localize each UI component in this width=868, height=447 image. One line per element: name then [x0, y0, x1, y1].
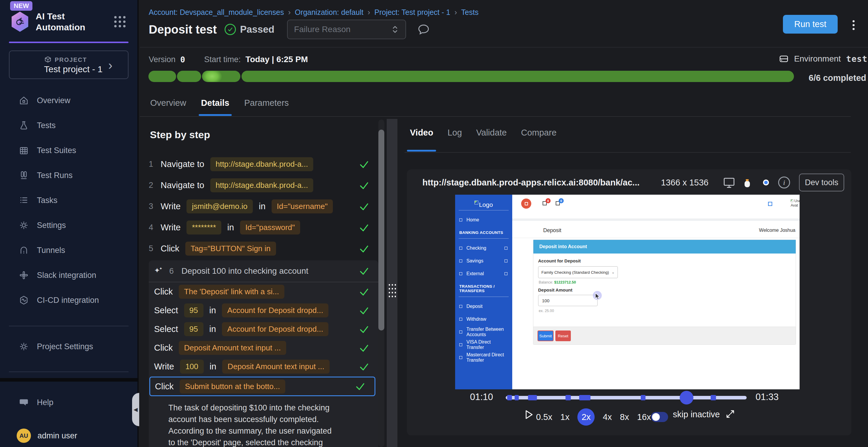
sidebar-item-tasks[interactable]: Tasks [0, 188, 137, 213]
app-launcher-icon[interactable] [114, 16, 128, 27]
message-icon[interactable]: 0 [556, 201, 560, 205]
sidebar-item-test-runs[interactable]: Test Runs [0, 163, 137, 188]
bank-link-withdraw[interactable]: Withdraw [455, 313, 512, 325]
sidebar-nav-secondary: Project Settings [0, 334, 137, 359]
timeline-marker[interactable] [507, 395, 512, 400]
step-row[interactable]: Select95inAccount for Deposit dropd... [149, 320, 378, 339]
sidebar-item-help[interactable]: ?Help [0, 390, 137, 415]
start-time-label: Start time: [204, 55, 241, 64]
step-row[interactable]: 3Writejsmith@demo.ioinId="username" [149, 196, 378, 217]
speed-4x[interactable]: 4x [603, 412, 612, 422]
bank-link-checking[interactable]: Checking [455, 242, 512, 254]
bank-reset-button[interactable]: Reset [555, 331, 571, 341]
timeline-marker[interactable] [641, 395, 646, 400]
speed-0-5x[interactable]: 0.5x [536, 412, 552, 422]
timeline-marker[interactable] [579, 395, 590, 400]
check-icon [359, 305, 369, 316]
info-icon[interactable]: i [778, 176, 790, 188]
step-row[interactable]: ClickSubmit button at the botto... [149, 377, 375, 396]
failure-reason-select[interactable]: Failure Reason [287, 20, 406, 39]
bank-link-deposit[interactable]: Deposit [455, 300, 512, 313]
bank-link-external[interactable]: External [455, 267, 512, 280]
speed-16x[interactable]: 16x [637, 412, 651, 422]
skip-inactive-toggle[interactable] [651, 412, 668, 422]
chevron-down-icon: ⌄ [612, 270, 615, 274]
timeline-marker[interactable] [515, 395, 519, 400]
bank-link-transfer-between-accounts[interactable]: Transfer Between Accounts [455, 325, 512, 338]
speed-2x[interactable]: 2x [578, 408, 595, 425]
sidebar-item-tunnels[interactable]: Tunnels [0, 238, 137, 263]
user-menu[interactable]: AU admin user [0, 427, 137, 445]
step-row[interactable]: Write100inDeposit Amount text input ... [149, 357, 378, 376]
panel-resize-handle[interactable] [387, 119, 397, 447]
speed-1x[interactable]: 1x [560, 412, 570, 422]
time-total: 01:33 [755, 392, 779, 403]
step-row[interactable]: 5ClickTag="BUTTON" Sign in [149, 238, 378, 259]
video-timeline[interactable] [506, 396, 747, 400]
check-icon [359, 324, 369, 335]
bank-submit-button[interactable]: Submit [537, 331, 554, 341]
deposit-amount-input[interactable]: 100 [538, 295, 598, 306]
play-button[interactable] [523, 409, 534, 420]
breadcrumb-link[interactable]: Account: Devspace_all_module_licenses [149, 8, 284, 16]
tab-parameters[interactable]: Parameters [244, 98, 289, 116]
breadcrumb-separator: › [455, 8, 457, 17]
bank-link-mastercard-direct-transfer[interactable]: Mastercard Direct Transfer [455, 351, 512, 364]
sidebar-item-test-suites[interactable]: Test Suites [0, 138, 137, 163]
media-tab-compare[interactable]: Compare [521, 128, 556, 151]
more-options-kebab-icon[interactable] [852, 19, 855, 32]
media-tab-validate[interactable]: Validate [476, 128, 507, 151]
breadcrumb-link[interactable]: Organization: default [295, 8, 364, 16]
bank-link-visa-direct-transfer[interactable]: VISA Direct Transfer [455, 338, 512, 351]
step-number: 1 [149, 160, 161, 169]
fullscreen-icon[interactable] [724, 408, 736, 420]
step-row[interactable]: 1Navigate tohttp://stage.dbank.prod-a... [149, 153, 378, 175]
project-selector[interactable]: PROJECT Test project - 1 › [9, 50, 128, 79]
breadcrumb-link[interactable]: Tests [461, 8, 478, 16]
account-for-deposit-select[interactable]: Family Checking (Standard Checking)⌄ [538, 266, 618, 278]
timeline-marker[interactable] [711, 395, 716, 400]
step-summary: The task of depositing $100 into the che… [149, 396, 357, 447]
sidebar-item-settings[interactable]: Settings [0, 213, 137, 238]
sidebar-item-overview[interactable]: Overview [0, 88, 137, 113]
step-action: Write [154, 362, 174, 372]
bank-link-savings[interactable]: Savings [455, 254, 512, 267]
timeline-marker[interactable] [528, 395, 537, 400]
timeline-scrubber[interactable] [680, 391, 693, 405]
step-row[interactable]: Select95inAccount for Deposit dropd... [149, 301, 378, 320]
sidebar-item-ci-cd-integration[interactable]: CI-CD integration [0, 288, 137, 313]
sidebar-item-slack-integration[interactable]: Slack integration [0, 263, 137, 288]
dev-tools-button[interactable]: Dev tools [799, 174, 844, 192]
bullet-icon [459, 247, 462, 250]
notification-icon[interactable]: 0 [542, 201, 547, 205]
breadcrumb-separator: › [288, 8, 290, 17]
user-avatar-broken-image[interactable]: User Avat [790, 199, 800, 208]
timeline-marker[interactable] [565, 395, 571, 400]
step-row[interactable]: 4Write********inId="password" [149, 217, 378, 238]
speed-8x[interactable]: 8x [620, 412, 629, 422]
breadcrumb-link[interactable]: Project: Test project - 1 [374, 8, 450, 16]
progress-segment[interactable] [242, 71, 794, 82]
progress-segment[interactable] [177, 71, 201, 82]
steps-scrollbar-thumb[interactable] [378, 130, 384, 331]
breadcrumb-separator: › [368, 8, 370, 17]
progress-segment[interactable] [149, 71, 176, 82]
sidebar-collapse-handle[interactable]: ◀ [132, 393, 139, 426]
step-row[interactable]: ClickThe 'Deposit' link with a si... [149, 282, 378, 301]
video-frame[interactable]: Logo HomeBANKING ACCOUNTSCheckingSavings… [455, 195, 800, 389]
comment-icon[interactable] [417, 23, 430, 36]
step-group-header[interactable]: ✦✦ 6 Deposit 100 into checking account [149, 260, 378, 282]
deposit-banner: Deposit into Account [533, 240, 796, 253]
tab-overview[interactable]: Overview [150, 98, 186, 116]
sidebar-item-project-settings[interactable]: Project Settings [0, 334, 137, 359]
bank-link-home[interactable]: Home [455, 213, 512, 226]
media-tab-video[interactable]: Video [410, 128, 433, 151]
tab-details[interactable]: Details [201, 98, 229, 116]
step-row[interactable]: ClickDeposit Amount text input ... [149, 339, 378, 357]
bank-link-label: Savings [466, 258, 484, 264]
run-test-button[interactable]: Run test [783, 15, 838, 34]
sidebar-item-tests[interactable]: Tests [0, 113, 137, 138]
progress-segment-highlight[interactable] [202, 71, 240, 82]
step-row[interactable]: 2Navigate tohttp://stage.dbank.prod-a... [149, 175, 378, 196]
media-tab-log[interactable]: Log [447, 128, 462, 151]
